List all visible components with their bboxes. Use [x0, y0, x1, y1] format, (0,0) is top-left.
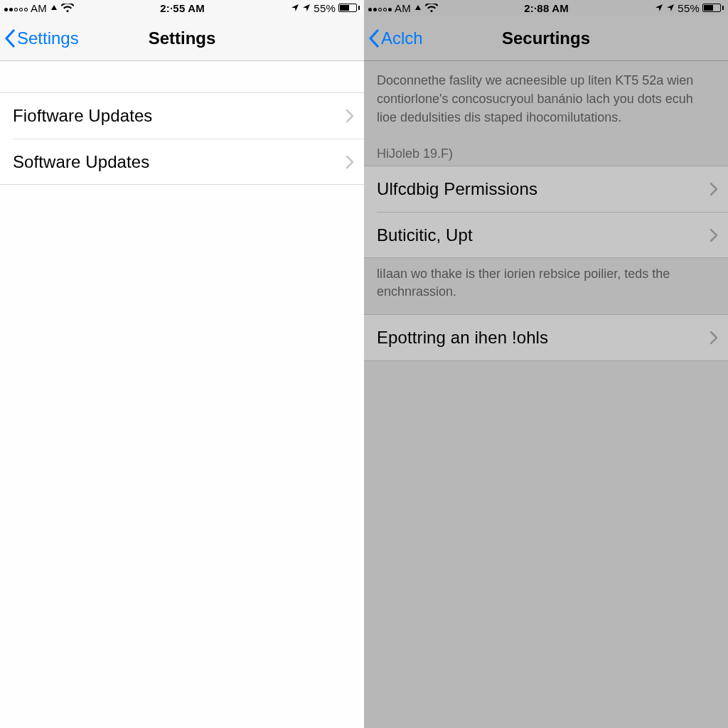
chevron-right-icon — [710, 331, 718, 345]
row-software-updates-2[interactable]: Software Updates — [13, 139, 364, 184]
row-group: Fioftware Updates Software Updates — [0, 92, 364, 185]
description-text: Doconnethe faslity we acneesible up lite… — [364, 61, 728, 134]
row-label: Software Updates — [13, 152, 149, 172]
status-bar: AM 2:·55 AM 55% — [0, 0, 364, 16]
footer-note: liIaan wo thake is ther iorien rebsice p… — [364, 258, 728, 314]
content: Fioftware Updates Software Updates — [0, 61, 364, 728]
status-left: AM — [368, 2, 438, 14]
group-spacer — [0, 61, 364, 92]
status-left: AM — [4, 2, 74, 14]
status-right: 55% — [655, 2, 724, 14]
signal-extra-icon — [414, 4, 422, 12]
status-time: 2:·55 AM — [160, 2, 205, 14]
location-icon — [302, 4, 311, 12]
signal-extra-icon — [50, 4, 58, 12]
canvas: AM 2:·55 AM 55% — [0, 0, 728, 728]
back-label: Aclch — [381, 28, 423, 48]
page-title: Settings — [149, 28, 216, 48]
row-label: Fioftware Updates — [13, 106, 152, 126]
row-epottring[interactable]: Epottring an ihen !ohls — [364, 315, 728, 360]
row-label: Buticitic, Upt — [377, 225, 473, 245]
row-permissions[interactable]: Ulfcdbig Permissions — [364, 166, 728, 212]
back-label: Settings — [17, 28, 79, 48]
nav-bar: Aclch Securtings — [364, 16, 728, 61]
row-group-2: Epottring an ihen !ohls — [364, 314, 728, 361]
chevron-right-icon — [710, 228, 718, 242]
battery-icon — [338, 4, 360, 12]
signal-dots-icon — [368, 4, 392, 11]
nav-bar: Settings Settings — [0, 16, 364, 61]
status-bar: AM 2:·88 AM 55% — [364, 0, 728, 16]
status-time: 2:·88 AM — [524, 2, 569, 14]
battery-icon — [702, 4, 724, 12]
row-label: Epottring an ihen !ohls — [377, 328, 548, 348]
carrier-label: AM — [31, 2, 47, 14]
chevron-right-icon — [346, 109, 354, 123]
signal-dots-icon — [4, 4, 28, 11]
chevron-left-icon — [368, 29, 380, 48]
chevron-left-icon — [4, 29, 16, 48]
chevron-right-icon — [710, 182, 718, 196]
wifi-icon — [61, 4, 74, 13]
chevron-right-icon — [346, 155, 354, 169]
battery-percent: 55% — [314, 2, 336, 14]
status-right: 55% — [291, 2, 360, 14]
section-header: HiJoleb 19.F) — [364, 134, 728, 166]
location-icon — [655, 4, 663, 12]
location-icon — [291, 4, 299, 12]
battery-percent: 55% — [678, 2, 700, 14]
carrier-label: AM — [395, 2, 411, 14]
row-software-updates-1[interactable]: Fioftware Updates — [0, 93, 364, 139]
content: Doconnethe faslity we acneesible up lite… — [364, 61, 728, 728]
back-button[interactable]: Settings — [4, 16, 79, 60]
row-group-1: Ulfcdbig Permissions Buticitic, Upt — [364, 166, 728, 258]
left-pane: AM 2:·55 AM 55% — [0, 0, 364, 728]
wifi-icon — [425, 4, 438, 13]
row-label: Ulfcdbig Permissions — [377, 179, 537, 199]
back-button[interactable]: Aclch — [368, 16, 423, 60]
right-pane: AM 2:·88 AM 55% — [364, 0, 728, 728]
row-buticitic[interactable]: Buticitic, Upt — [377, 212, 728, 257]
location-icon — [666, 4, 675, 12]
page-title: Securtings — [502, 28, 590, 48]
